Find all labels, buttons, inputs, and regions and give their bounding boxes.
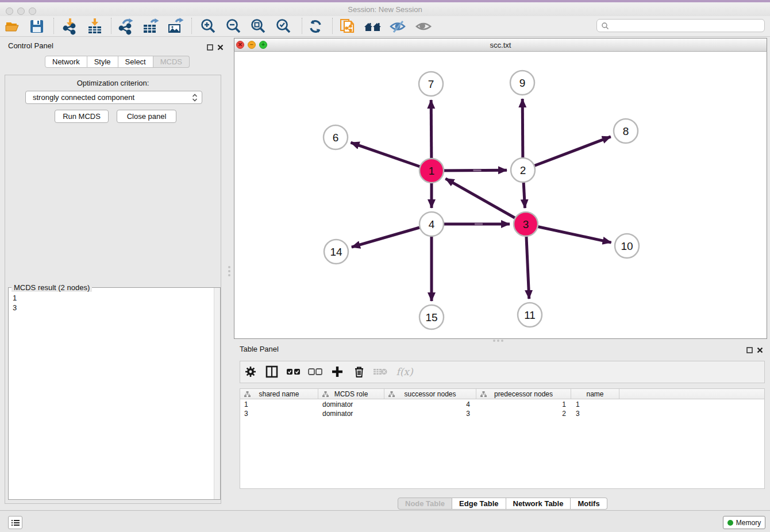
tab-node-table[interactable]: Node Table xyxy=(398,498,452,510)
graph-edge-3-1[interactable] xyxy=(445,179,526,224)
control-panel-float-button[interactable] xyxy=(207,43,213,53)
column-label: MCDS role xyxy=(334,390,368,398)
mcds-result-scrollbar[interactable] xyxy=(214,288,220,499)
deselect-all-columns-icon[interactable] xyxy=(306,363,325,381)
refresh-icon[interactable] xyxy=(306,17,325,36)
cell-name: 1 xyxy=(571,400,619,409)
cell-successor-nodes: 4 xyxy=(384,400,476,409)
select-all-columns-icon[interactable] xyxy=(284,363,303,381)
toolbar-separator xyxy=(111,18,111,34)
optimization-criterion-select[interactable]: strongly connected component xyxy=(25,91,202,104)
tab-network-table[interactable]: Network Table xyxy=(506,498,571,510)
tab-mcds[interactable]: MCDS xyxy=(153,56,190,68)
tab-edge-table[interactable]: Edge Table xyxy=(452,498,506,510)
table-panel-close-icon[interactable] xyxy=(757,345,763,356)
table-panel-float-button[interactable] xyxy=(746,345,753,356)
delete-table-icon[interactable] xyxy=(371,363,390,381)
network-window-title: scc.txt xyxy=(234,41,767,49)
toolbar-separator xyxy=(53,18,54,34)
network-close-button[interactable]: ✕ xyxy=(236,41,244,49)
import-network-icon[interactable] xyxy=(60,17,80,36)
add-column-icon[interactable] xyxy=(328,363,346,381)
mcds-result-item[interactable]: 3 xyxy=(13,303,214,313)
cell-predecessor-nodes: 2 xyxy=(476,409,571,418)
memory-button[interactable]: Memory xyxy=(723,516,765,529)
zoom-selected-icon[interactable] xyxy=(274,17,293,36)
tab-network[interactable]: Network xyxy=(45,56,87,68)
search-icon xyxy=(601,22,609,30)
graph-node-label: 9 xyxy=(519,77,526,89)
save-session-icon[interactable] xyxy=(27,17,47,36)
graph-node-label: 7 xyxy=(428,78,434,90)
show-all-icon[interactable] xyxy=(414,17,433,36)
cell-mcds-role: dominator xyxy=(318,409,384,418)
graph-edge-2-8[interactable] xyxy=(523,137,611,170)
mcds-result-list[interactable]: 13 xyxy=(10,292,214,498)
table-panel-title: Table Panel xyxy=(240,345,279,353)
tab-style[interactable]: Style xyxy=(87,56,118,68)
edge-label-mark xyxy=(475,223,483,225)
import-table-icon[interactable] xyxy=(85,17,105,36)
column-header-mcds-role[interactable]: MCDS role xyxy=(318,389,384,399)
mcds-result-item[interactable]: 1 xyxy=(13,293,214,303)
graph-node-label: 3 xyxy=(523,218,529,230)
table-row[interactable]: 1 dominator 4 1 1 xyxy=(240,400,765,409)
column-header-predecessor-nodes[interactable]: predecessor nodes xyxy=(476,389,571,399)
toolbar-separator xyxy=(191,18,192,34)
search-input[interactable] xyxy=(596,19,765,32)
tab-motifs[interactable]: Motifs xyxy=(571,498,607,510)
graph-edge-1-6[interactable] xyxy=(351,142,432,171)
column-header-name[interactable]: name xyxy=(571,389,619,399)
table-row[interactable]: 3 dominator 3 2 3 xyxy=(240,409,765,418)
column-header-successor-nodes[interactable]: successor nodes xyxy=(384,389,476,399)
run-mcds-button[interactable]: Run MCDS xyxy=(55,110,109,123)
window-title: Session: New Session xyxy=(0,5,770,14)
column-label: predecessor nodes xyxy=(494,390,553,398)
table-settings-icon[interactable] xyxy=(241,363,260,381)
graph-node-label: 15 xyxy=(425,311,437,323)
control-panel-tabs: Network Style Select MCDS xyxy=(45,56,190,68)
task-history-button[interactable] xyxy=(8,516,22,529)
zoom-in-icon[interactable] xyxy=(198,17,218,36)
vertical-splitter-grip[interactable] xyxy=(228,266,231,279)
open-session-icon[interactable] xyxy=(3,17,22,36)
graph-node-label: 1 xyxy=(429,165,435,177)
column-header-shared-name[interactable]: shared name xyxy=(240,389,318,399)
hide-selected-icon[interactable] xyxy=(388,17,407,36)
function-builder-icon[interactable]: f(x) xyxy=(393,363,416,381)
status-bar xyxy=(0,510,770,532)
control-panel-close-icon[interactable] xyxy=(217,43,224,53)
cell-shared-name: 3 xyxy=(240,409,318,418)
network-canvas[interactable]: 7968124314101511 xyxy=(234,52,767,338)
zoom-out-icon[interactable] xyxy=(224,17,243,36)
memory-label: Memory xyxy=(736,519,761,527)
column-label: successor nodes xyxy=(404,390,456,398)
graph-node-label: 10 xyxy=(621,240,633,252)
delete-column-icon[interactable] xyxy=(350,363,368,381)
network-minimize-button[interactable]: − xyxy=(248,41,256,49)
optimization-criterion-label: Optimization criterion: xyxy=(5,79,221,87)
cell-predecessor-nodes: 1 xyxy=(476,400,571,409)
toolbar-separator xyxy=(302,18,302,34)
toolbar-separator xyxy=(332,18,333,34)
control-panel-title: Control Panel xyxy=(8,41,53,50)
export-image-icon[interactable] xyxy=(165,17,185,36)
table-tabs: Node Table Edge Table Network Table Moti… xyxy=(398,498,607,510)
cell-shared-name: 1 xyxy=(240,400,318,409)
export-table-icon[interactable] xyxy=(141,17,160,36)
dropdown-value: strongly connected component xyxy=(33,93,134,102)
zoom-fit-icon[interactable] xyxy=(248,17,268,36)
export-network-icon[interactable] xyxy=(116,17,136,36)
clone-network-icon[interactable] xyxy=(338,17,357,36)
graph-edge-3-10[interactable] xyxy=(526,224,611,242)
graph-node-label: 2 xyxy=(520,164,526,176)
cell-name: 3 xyxy=(571,409,619,418)
close-panel-button[interactable]: Close panel xyxy=(117,110,176,123)
table-columns-icon[interactable] xyxy=(263,363,281,381)
column-label: name xyxy=(586,390,603,398)
tab-select[interactable]: Select xyxy=(118,56,153,68)
node-table-header: shared name MCDS role successor nodes pr… xyxy=(240,388,765,399)
horizontal-splitter-grip[interactable] xyxy=(493,339,506,342)
first-neighbors-icon[interactable] xyxy=(363,17,383,36)
network-maximize-button[interactable]: + xyxy=(259,41,267,49)
